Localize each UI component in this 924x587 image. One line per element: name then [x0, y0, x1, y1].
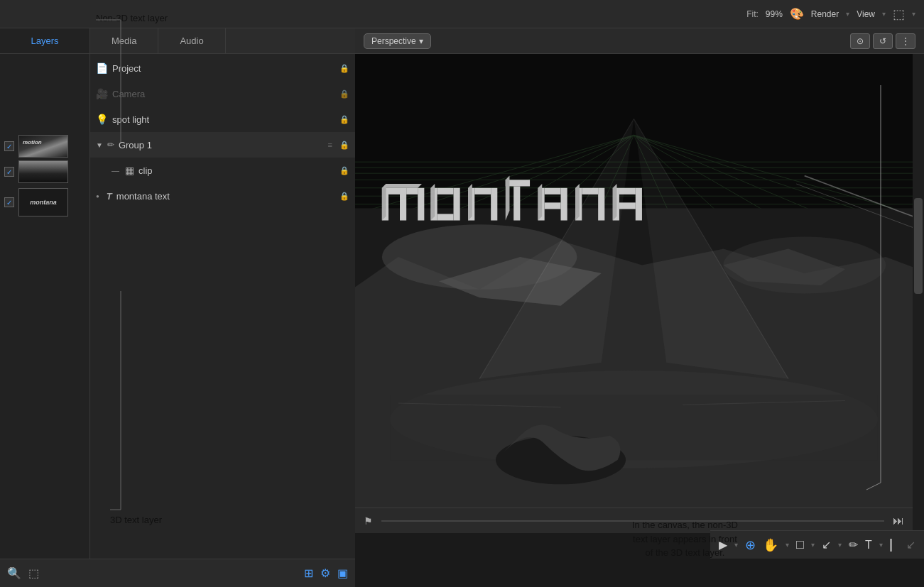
dot-icon: ● [96, 193, 99, 199]
export-icon[interactable]: ▣ [337, 566, 348, 580]
svg-rect-50 [491, 188, 497, 221]
group-extra-icon: ≡ [328, 141, 332, 149]
lock-icon: 🔒 [339, 192, 349, 201]
shape-dropdown[interactable]: ▾ [811, 541, 815, 549]
expand-icon: ▼ [96, 141, 103, 149]
layer-row-spotlight[interactable]: 💡 spot light 🔒 [90, 106, 355, 132]
layer-name: Group 1 [119, 140, 324, 150]
lock-icon: 🔒 [339, 115, 349, 124]
layer-row-montana-text[interactable]: ● T montana text 🔒 [90, 183, 355, 209]
layer-name: spot light [112, 114, 335, 125]
orbit-tool[interactable]: ⊕ [745, 537, 756, 553]
layer-row-group1[interactable]: ▼ ✏ Group 1 ≡ 🔒 [90, 132, 355, 158]
layers-sidebar: Layers motion [0, 28, 90, 559]
color-swatch[interactable] [890, 539, 892, 552]
layer-checkbox[interactable] [4, 167, 14, 177]
document-icon: 📄 [96, 62, 108, 74]
layers-tab[interactable]: Layers [0, 28, 89, 54]
canvas-viewport[interactable]: ⚑ [355, 54, 913, 533]
render-btn[interactable]: Render [811, 9, 839, 19]
list-item [0, 82, 89, 108]
layer-thumbnail-list: motion montana [0, 54, 89, 223]
lock-icon: 🔒 [339, 89, 349, 99]
grid-icon[interactable]: ⊞ [304, 566, 313, 580]
pan-dropdown[interactable]: ▾ [786, 541, 789, 549]
svg-rect-39 [406, 188, 418, 194]
canvas-ctrl-3[interactable]: ⋮ [896, 33, 915, 49]
select-tool[interactable]: ▶ [719, 538, 727, 552]
scene-svg [355, 54, 913, 533]
list-item[interactable]: motion [0, 133, 89, 159]
list-item[interactable]: montana [0, 185, 89, 220]
mask-tool[interactable]: ↙ [822, 538, 831, 552]
layout-btn[interactable]: ⬚ [893, 6, 905, 22]
layer-name: clip [138, 165, 335, 176]
layer-row-project[interactable]: 📄 Project 🔒 [90, 55, 355, 81]
layer-row-camera[interactable]: 🎥 Camera 🔒 [90, 81, 355, 106]
list-item[interactable] [0, 159, 89, 185]
color-picker-icon[interactable]: 🎨 [790, 7, 804, 21]
resize-handle[interactable]: ↙ [906, 538, 915, 552]
fit-value[interactable]: 99% [766, 9, 783, 19]
mask-dropdown[interactable]: ▾ [838, 541, 842, 549]
perspective-dropdown-icon: ▾ [419, 36, 423, 46]
svg-marker-63 [575, 184, 580, 220]
tab-media[interactable]: Media [90, 28, 158, 53]
canvas-ctrl-1[interactable]: ⊙ [850, 33, 870, 49]
vertical-scrollbar[interactable] [913, 54, 924, 533]
select-dropdown[interactable]: ▾ [734, 541, 738, 549]
svg-rect-58 [561, 188, 567, 221]
svg-marker-59 [538, 184, 543, 220]
perspective-label: Perspective [371, 36, 416, 46]
list-item [0, 57, 89, 82]
shape-tool[interactable]: □ [796, 537, 804, 552]
lock-icon: 🔒 [339, 64, 349, 73]
top-bar: Fit: 99% 🎨 Render ▾ View ▾ ⬚ ▾ [0, 0, 924, 28]
pan-tool[interactable]: ✋ [763, 537, 778, 553]
paint-tool[interactable]: ✏ [849, 538, 858, 552]
list-view-icon[interactable]: ⬚ [28, 566, 39, 580]
svg-rect-57 [545, 202, 561, 209]
fit-label: Fit: [746, 9, 759, 19]
dash-icon: — [112, 166, 119, 175]
lock-icon: 🔒 [339, 166, 349, 175]
layer-name: Camera [112, 89, 335, 99]
media-panel: Media Audio 📄 Project 🔒 🎥 Camera 🔒 💡 spo… [90, 28, 355, 559]
layer-row-clip[interactable]: — ▦ clip 🔒 [90, 158, 355, 183]
lock-icon: 🔒 [339, 141, 349, 150]
main-toolbar: ▶ ▾ ⊕ ✋ ▾ □ ▾ ↙ ▾ ✏ T ▾ ↙ [710, 530, 924, 559]
svg-rect-66 [619, 202, 636, 209]
timeline-bar[interactable] [381, 520, 884, 522]
layer-checkbox[interactable] [4, 197, 14, 207]
end-marker-icon: ⏭ [893, 515, 904, 527]
text-dropdown[interactable]: ▾ [879, 541, 883, 549]
left-bottom-bar: 🔍 ⬚ ⊞ ⚙ ▣ [0, 559, 355, 587]
svg-rect-46 [454, 188, 460, 221]
tab-audio[interactable]: Audio [158, 28, 225, 53]
layer-thumbnail: montana [18, 188, 68, 216]
camera-icon: 🎥 [96, 88, 108, 99]
svg-rect-65 [619, 188, 636, 194]
canvas-ctrl-2[interactable]: ↺ [873, 33, 893, 49]
light-icon: 💡 [96, 114, 108, 125]
settings-icon[interactable]: ⚙ [320, 566, 330, 580]
perspective-button[interactable]: Perspective ▾ [364, 33, 431, 49]
svg-marker-47 [430, 184, 435, 220]
search-icon[interactable]: 🔍 [7, 566, 21, 580]
view-btn[interactable]: View [857, 9, 875, 19]
layer-checkbox[interactable] [4, 141, 14, 151]
svg-marker-41 [382, 184, 386, 220]
svg-marker-68 [613, 184, 617, 220]
svg-marker-69 [382, 184, 422, 188]
svg-rect-62 [598, 188, 604, 221]
media-tabs: Media Audio [90, 28, 355, 54]
svg-rect-49 [474, 188, 491, 194]
text-tool[interactable]: T [865, 539, 872, 552]
canvas-controls: ⊙ ↺ ⋮ [850, 33, 915, 49]
list-item [0, 108, 89, 133]
svg-marker-51 [468, 184, 472, 220]
group-icon: ✏ [107, 140, 114, 150]
canvas-bottom-bar: ⚑ ⏭ [355, 508, 913, 533]
clip-icon: ▦ [125, 165, 134, 176]
svg-point-28 [723, 236, 886, 293]
